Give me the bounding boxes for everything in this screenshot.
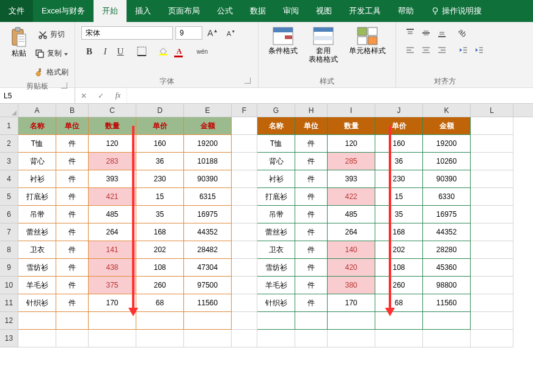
cell-B8[interactable]: 件 [56, 241, 89, 259]
row-header-6[interactable]: 6 [0, 206, 18, 223]
cell-D5[interactable]: 15 [136, 188, 184, 206]
row-header-10[interactable]: 10 [0, 277, 18, 294]
col-header-L[interactable]: L [471, 104, 513, 117]
cell-J11[interactable]: 68 [375, 294, 423, 312]
cell-L9[interactable] [471, 259, 513, 277]
tab-data[interactable]: 数据 [241, 0, 274, 22]
col-header-C[interactable]: C [89, 104, 136, 117]
cell-A2[interactable]: T恤 [18, 135, 56, 153]
cell-K2[interactable]: 19200 [423, 135, 471, 153]
cell-K4[interactable]: 90390 [423, 170, 471, 188]
fill-color-button[interactable] [156, 44, 172, 59]
increase-indent-button[interactable] [471, 43, 487, 57]
cell-D6[interactable]: 35 [136, 206, 184, 223]
row-header-5[interactable]: 5 [0, 188, 18, 206]
align-center-button[interactable] [418, 43, 434, 57]
cell-A9[interactable]: 雪纺衫 [18, 259, 56, 277]
cell-B9[interactable]: 件 [56, 259, 89, 277]
cell-F3[interactable] [232, 153, 257, 170]
cell-I10[interactable]: 380 [328, 277, 375, 294]
cell-B10[interactable]: 件 [56, 277, 89, 294]
name-box[interactable]: L5 [0, 88, 75, 103]
cell-K6[interactable]: 16975 [423, 206, 471, 223]
cell-L10[interactable] [471, 277, 513, 294]
border-button[interactable] [134, 44, 150, 59]
cell-J8[interactable]: 202 [375, 241, 423, 259]
cell-I11[interactable]: 170 [328, 294, 375, 312]
tab-page-layout[interactable]: 页面布局 [160, 0, 208, 22]
row-header-12[interactable]: 12 [0, 312, 18, 330]
col-header-G[interactable]: G [257, 104, 295, 117]
cell-J2[interactable]: 160 [375, 135, 423, 153]
cell-I12[interactable] [328, 312, 375, 330]
cell-F4[interactable] [232, 170, 257, 188]
tab-review[interactable]: 审阅 [274, 0, 307, 22]
col-header-B[interactable]: B [56, 104, 89, 117]
cell-K1[interactable]: 金额 [423, 117, 471, 135]
row-header-1[interactable]: 1 [0, 117, 18, 135]
cell-F6[interactable] [232, 206, 257, 223]
align-bottom-button[interactable] [434, 26, 450, 40]
cell-H13[interactable] [295, 330, 328, 347]
cell-C3[interactable]: 283 [89, 153, 136, 170]
cell-J3[interactable]: 36 [375, 153, 423, 170]
cell-E6[interactable]: 16975 [184, 206, 232, 223]
italic-button[interactable]: I [97, 44, 113, 59]
cell-C8[interactable]: 141 [89, 241, 136, 259]
cell-E13[interactable] [184, 330, 232, 347]
cell-K13[interactable] [423, 330, 471, 347]
cell-J4[interactable]: 230 [375, 170, 423, 188]
cell-E11[interactable]: 11560 [184, 294, 232, 312]
cell-A12[interactable] [18, 312, 56, 330]
cell-B3[interactable]: 件 [56, 153, 89, 170]
cell-J6[interactable]: 35 [375, 206, 423, 223]
select-all-corner[interactable] [0, 104, 18, 117]
font-name-select[interactable]: 宋体 [81, 26, 173, 40]
cell-E10[interactable]: 97500 [184, 277, 232, 294]
tab-help[interactable]: 帮助 [389, 0, 422, 22]
row-header-8[interactable]: 8 [0, 241, 18, 259]
cell-H6[interactable]: 件 [295, 206, 328, 223]
cell-H12[interactable] [295, 312, 328, 330]
cell-G1[interactable]: 名称 [257, 117, 295, 135]
cell-B1[interactable]: 单位 [56, 117, 89, 135]
tab-insert[interactable]: 插入 [127, 0, 160, 22]
cell-J1[interactable]: 单价 [375, 117, 423, 135]
conditional-format-button[interactable]: 条件格式 [265, 26, 301, 76]
cell-G11[interactable]: 针织衫 [257, 294, 295, 312]
cell-E4[interactable]: 90390 [184, 170, 232, 188]
cell-J5[interactable]: 15 [375, 188, 423, 206]
cell-K8[interactable]: 28280 [423, 241, 471, 259]
cell-K7[interactable]: 44352 [423, 223, 471, 241]
font-size-select[interactable]: 9 [175, 26, 202, 40]
cell-A1[interactable]: 名称 [18, 117, 56, 135]
cell-G8[interactable]: 卫衣 [257, 241, 295, 259]
cell-F1[interactable] [232, 117, 257, 135]
cell-C10[interactable]: 375 [89, 277, 136, 294]
cell-E8[interactable]: 28482 [184, 241, 232, 259]
format-painter-button[interactable]: 格式刷 [34, 64, 68, 81]
col-header-F[interactable]: F [232, 104, 257, 117]
phonetic-button[interactable]: wén [193, 44, 213, 59]
row-header-2[interactable]: 2 [0, 135, 18, 153]
col-header-E[interactable]: E [184, 104, 232, 117]
cell-G7[interactable]: 蕾丝衫 [257, 223, 295, 241]
cell-G5[interactable]: 打底衫 [257, 188, 295, 206]
cell-B6[interactable]: 件 [56, 206, 89, 223]
cell-G13[interactable] [257, 330, 295, 347]
cell-C2[interactable]: 120 [89, 135, 136, 153]
col-header-I[interactable]: I [328, 104, 375, 117]
cell-I3[interactable]: 285 [328, 153, 375, 170]
cell-K9[interactable]: 45360 [423, 259, 471, 277]
cell-L13[interactable] [471, 330, 513, 347]
cell-C1[interactable]: 数量 [89, 117, 136, 135]
cell-C6[interactable]: 485 [89, 206, 136, 223]
col-header-K[interactable]: K [423, 104, 471, 117]
cell-E9[interactable]: 47304 [184, 259, 232, 277]
cell-I6[interactable]: 485 [328, 206, 375, 223]
formula-input[interactable] [127, 88, 533, 103]
copy-button[interactable]: 复制 [34, 45, 68, 62]
row-header-4[interactable]: 4 [0, 170, 18, 188]
cell-F11[interactable] [232, 294, 257, 312]
cell-I4[interactable]: 393 [328, 170, 375, 188]
